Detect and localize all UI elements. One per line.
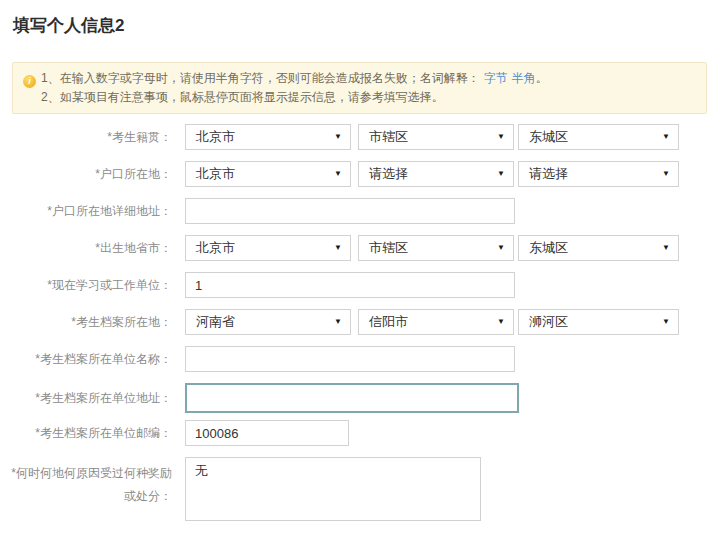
field-label: *考生档案所在单位名称： <box>0 352 185 367</box>
info-icon: i <box>23 75 36 88</box>
byte-link[interactable]: 字节 <box>484 71 508 85</box>
form-row-residence-detail-address: *户口所在地详细地址： <box>0 198 720 224</box>
form-row-rewards-punishments: *何时何地何原因受过何种奖励 或处分： 无 <box>0 457 720 521</box>
chevron-down-icon: ▼ <box>334 133 342 141</box>
field-label: *现在学习或工作单位： <box>0 278 185 293</box>
birthplace-city-select[interactable]: 市辖区 ▼ <box>358 235 514 261</box>
form-row-native-place: *考生籍贯： 北京市 ▼ 市辖区 ▼ 东城区 ▼ <box>0 124 720 150</box>
notice-line-1: i1、在输入数字或字母时，请使用半角字符，否则可能会造成报名失败；名词解释：字节… <box>23 69 694 88</box>
chevron-down-icon: ▼ <box>334 170 342 178</box>
field-label: *考生档案所在单位地址： <box>0 391 185 406</box>
field-label: *考生籍贯： <box>0 130 185 145</box>
rewards-punishments-textarea[interactable]: 无 <box>185 457 481 521</box>
birthplace-district-select[interactable]: 东城区 ▼ <box>518 235 679 261</box>
personal-info-form-page: 填写个人信息2 i1、在输入数字或字母时，请使用半角字符，否则可能会造成报名失败… <box>0 0 720 537</box>
page-title: 填写个人信息2 <box>0 0 720 38</box>
form-row-archive-unit-postcode: *考生档案所在单位邮编： <box>0 420 720 446</box>
archive-location-city-select[interactable]: 信阳市 ▼ <box>358 309 514 335</box>
archive-location-district-select[interactable]: 浉河区 ▼ <box>518 309 679 335</box>
field-label: *户口所在地： <box>0 167 185 182</box>
field-label: *何时何地何原因受过何种奖励 或处分： <box>0 457 185 508</box>
native-place-province-select[interactable]: 北京市 ▼ <box>185 124 351 150</box>
residence-district-select[interactable]: 请选择 ▼ <box>518 161 679 187</box>
form-row-residence: *户口所在地： 北京市 ▼ 请选择 ▼ 请选择 ▼ <box>0 161 720 187</box>
archive-unit-name-input[interactable] <box>185 346 515 372</box>
native-place-district-select[interactable]: 东城区 ▼ <box>518 124 679 150</box>
chevron-down-icon: ▼ <box>497 133 505 141</box>
archive-location-province-select[interactable]: 河南省 ▼ <box>185 309 351 335</box>
form-row-birthplace: *出生地省市： 北京市 ▼ 市辖区 ▼ 东城区 ▼ <box>0 235 720 261</box>
form-row-current-unit: *现在学习或工作单位： <box>0 272 720 298</box>
current-study-or-work-unit-input[interactable] <box>185 272 515 298</box>
native-place-city-select[interactable]: 市辖区 ▼ <box>358 124 514 150</box>
field-label: *户口所在地详细地址： <box>0 204 185 219</box>
residence-province-select[interactable]: 北京市 ▼ <box>185 161 351 187</box>
archive-unit-postcode-input[interactable] <box>185 420 349 446</box>
archive-unit-address-input[interactable] <box>185 383 519 413</box>
form-row-archive-unit-name: *考生档案所在单位名称： <box>0 346 720 372</box>
form-row-archive-unit-address: *考生档案所在单位地址： <box>0 383 720 413</box>
chevron-down-icon: ▼ <box>497 170 505 178</box>
notice-line-2-text: 2、如某项目有注意事项，鼠标悬停页面将显示提示信息，请参考填写选择。 <box>41 90 444 104</box>
chevron-down-icon: ▼ <box>334 244 342 252</box>
personal-info-form: *考生籍贯： 北京市 ▼ 市辖区 ▼ 东城区 ▼ *户口所在地： <box>0 124 720 521</box>
residence-city-select[interactable]: 请选择 ▼ <box>358 161 514 187</box>
chevron-down-icon: ▼ <box>497 318 505 326</box>
field-label: *考生档案所在单位邮编： <box>0 426 185 441</box>
notice-line-2: 2、如某项目有注意事项，鼠标悬停页面将显示提示信息，请参考填写选择。 <box>23 88 694 107</box>
chevron-down-icon: ▼ <box>334 318 342 326</box>
field-label: *出生地省市： <box>0 241 185 256</box>
residence-detail-address-input[interactable] <box>185 198 515 224</box>
chevron-down-icon: ▼ <box>662 170 670 178</box>
form-row-archive-location: *考生档案所在地： 河南省 ▼ 信阳市 ▼ 浉河区 ▼ <box>0 309 720 335</box>
notice-box: i1、在输入数字或字母时，请使用半角字符，否则可能会造成报名失败；名词解释：字节… <box>12 62 707 114</box>
birthplace-province-select[interactable]: 北京市 ▼ <box>185 235 351 261</box>
notice-line-1-suffix: 。 <box>536 71 548 85</box>
halfwidth-link[interactable]: 半角 <box>512 71 536 85</box>
chevron-down-icon: ▼ <box>497 244 505 252</box>
notice-line-1-text: 1、在输入数字或字母时，请使用半角字符，否则可能会造成报名失败；名词解释： <box>41 71 480 85</box>
chevron-down-icon: ▼ <box>662 133 670 141</box>
chevron-down-icon: ▼ <box>662 244 670 252</box>
chevron-down-icon: ▼ <box>662 318 670 326</box>
field-label: *考生档案所在地： <box>0 315 185 330</box>
